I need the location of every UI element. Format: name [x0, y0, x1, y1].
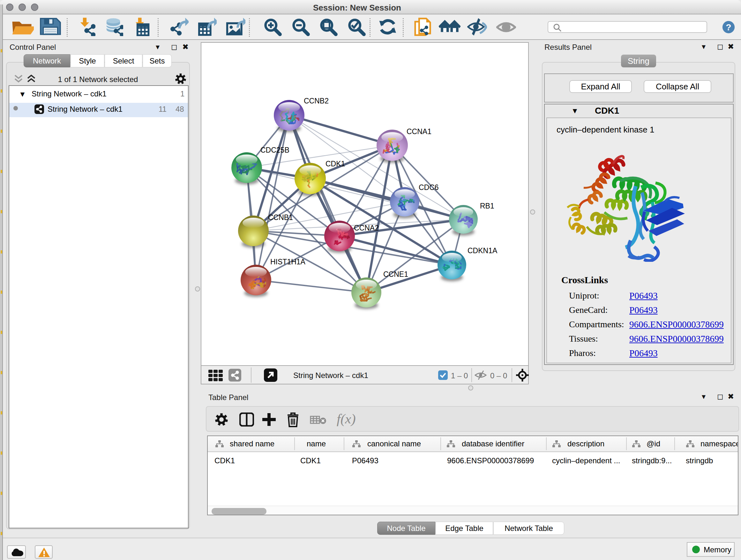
svg-text:CDC6: CDC6 — [419, 183, 439, 192]
svg-text:CCNA1: CCNA1 — [407, 127, 431, 136]
svg-text:CCNB1: CCNB1 — [268, 213, 293, 222]
svg-text:CCNA2: CCNA2 — [354, 224, 379, 232]
svg-text:RB1: RB1 — [480, 202, 494, 210]
svg-text:?: ? — [726, 22, 731, 32]
svg-text:CCNE1: CCNE1 — [383, 270, 408, 278]
svg-text:HIST1H1A: HIST1H1A — [270, 258, 306, 266]
svg-text:CDKN1A: CDKN1A — [468, 246, 497, 255]
svg-text:CDK1: CDK1 — [326, 160, 345, 168]
svg-text:CDC25B: CDC25B — [260, 146, 289, 154]
svg-text:CCNB2: CCNB2 — [304, 97, 329, 105]
